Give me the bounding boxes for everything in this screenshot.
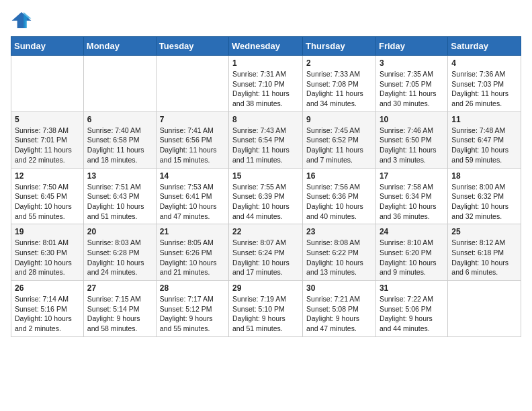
day-number: 31 — [380, 283, 444, 293]
calendar-cell: 15Sunrise: 7:55 AM Sunset: 6:39 PM Dayli… — [229, 168, 303, 224]
calendar-week-3: 12Sunrise: 7:50 AM Sunset: 6:45 PM Dayli… — [11, 168, 521, 224]
calendar-cell: 26Sunrise: 7:14 AM Sunset: 5:16 PM Dayli… — [11, 281, 84, 337]
calendar-cell: 18Sunrise: 8:00 AM Sunset: 6:32 PM Dayli… — [448, 168, 521, 224]
day-number: 15 — [232, 171, 299, 181]
day-number: 6 — [87, 115, 152, 124]
day-info: Sunrise: 7:38 AM Sunset: 7:01 PM Dayligh… — [15, 126, 80, 165]
day-info: Sunrise: 8:03 AM Sunset: 6:28 PM Dayligh… — [87, 238, 152, 277]
calendar-cell: 20Sunrise: 8:03 AM Sunset: 6:28 PM Dayli… — [83, 224, 156, 281]
day-number: 24 — [380, 227, 444, 236]
day-number: 3 — [380, 58, 444, 68]
day-info: Sunrise: 7:45 AM Sunset: 6:52 PM Dayligh… — [306, 126, 372, 165]
calendar-cell: 22Sunrise: 8:07 AM Sunset: 6:24 PM Dayli… — [229, 224, 303, 281]
day-info: Sunrise: 7:48 AM Sunset: 6:47 PM Dayligh… — [451, 126, 517, 165]
calendar-cell: 2Sunrise: 7:33 AM Sunset: 7:08 PM Daylig… — [303, 56, 376, 112]
page-header — [11, 11, 521, 30]
day-number: 4 — [451, 58, 517, 68]
calendar-header-row: SundayMondayTuesdayWednesdayThursdayFrid… — [11, 37, 521, 56]
day-info: Sunrise: 7:56 AM Sunset: 6:36 PM Dayligh… — [306, 182, 372, 222]
day-number: 12 — [15, 171, 80, 181]
calendar-cell: 6Sunrise: 7:40 AM Sunset: 6:58 PM Daylig… — [83, 111, 156, 168]
day-number: 13 — [87, 171, 152, 181]
day-info: Sunrise: 8:08 AM Sunset: 6:22 PM Dayligh… — [306, 238, 372, 277]
day-info: Sunrise: 8:12 AM Sunset: 6:18 PM Dayligh… — [451, 238, 517, 277]
day-number: 8 — [232, 115, 299, 124]
day-info: Sunrise: 8:07 AM Sunset: 6:24 PM Dayligh… — [232, 238, 299, 277]
day-info: Sunrise: 7:40 AM Sunset: 6:58 PM Dayligh… — [87, 126, 152, 165]
day-info: Sunrise: 7:17 AM Sunset: 5:12 PM Dayligh… — [160, 294, 225, 334]
calendar-week-4: 19Sunrise: 8:01 AM Sunset: 6:30 PM Dayli… — [11, 224, 521, 281]
calendar-table: SundayMondayTuesdayWednesdayThursdayFrid… — [11, 36, 521, 337]
day-number: 11 — [451, 115, 517, 124]
day-info: Sunrise: 7:55 AM Sunset: 6:39 PM Dayligh… — [232, 182, 299, 222]
calendar-cell: 24Sunrise: 8:10 AM Sunset: 6:20 PM Dayli… — [375, 224, 447, 281]
day-number: 28 — [160, 283, 225, 293]
day-number: 9 — [306, 115, 372, 124]
calendar-cell: 9Sunrise: 7:45 AM Sunset: 6:52 PM Daylig… — [303, 111, 376, 168]
calendar-week-1: 1Sunrise: 7:31 AM Sunset: 7:10 PM Daylig… — [11, 56, 521, 112]
day-number: 18 — [451, 171, 517, 181]
calendar-cell: 19Sunrise: 8:01 AM Sunset: 6:30 PM Dayli… — [11, 224, 84, 281]
weekday-header-friday: Friday — [375, 37, 447, 56]
calendar-cell: 16Sunrise: 7:56 AM Sunset: 6:36 PM Dayli… — [303, 168, 376, 224]
day-number: 26 — [15, 283, 80, 293]
day-info: Sunrise: 7:51 AM Sunset: 6:43 PM Dayligh… — [87, 182, 152, 222]
day-info: Sunrise: 7:31 AM Sunset: 7:10 PM Dayligh… — [232, 69, 299, 109]
day-number: 2 — [306, 58, 372, 68]
calendar-cell: 28Sunrise: 7:17 AM Sunset: 5:12 PM Dayli… — [156, 281, 228, 337]
day-number: 17 — [380, 171, 444, 181]
day-info: Sunrise: 7:15 AM Sunset: 5:14 PM Dayligh… — [87, 294, 152, 334]
weekday-header-monday: Monday — [83, 37, 156, 56]
day-number: 21 — [160, 227, 225, 236]
calendar-cell: 27Sunrise: 7:15 AM Sunset: 5:14 PM Dayli… — [83, 281, 156, 337]
day-info: Sunrise: 7:36 AM Sunset: 7:03 PM Dayligh… — [451, 69, 517, 109]
calendar-cell: 21Sunrise: 8:05 AM Sunset: 6:26 PM Dayli… — [156, 224, 228, 281]
calendar-cell: 10Sunrise: 7:46 AM Sunset: 6:50 PM Dayli… — [375, 111, 447, 168]
day-number: 5 — [15, 115, 80, 124]
calendar-week-5: 26Sunrise: 7:14 AM Sunset: 5:16 PM Dayli… — [11, 281, 521, 337]
day-info: Sunrise: 7:53 AM Sunset: 6:41 PM Dayligh… — [160, 182, 225, 222]
calendar-cell: 5Sunrise: 7:38 AM Sunset: 7:01 PM Daylig… — [11, 111, 84, 168]
day-number: 23 — [306, 227, 372, 236]
day-info: Sunrise: 7:21 AM Sunset: 5:08 PM Dayligh… — [306, 294, 372, 334]
calendar-cell: 25Sunrise: 8:12 AM Sunset: 6:18 PM Dayli… — [448, 224, 521, 281]
day-number: 7 — [160, 115, 225, 124]
day-number: 30 — [306, 283, 372, 293]
weekday-header-tuesday: Tuesday — [156, 37, 228, 56]
day-info: Sunrise: 8:05 AM Sunset: 6:26 PM Dayligh… — [160, 238, 225, 277]
logo — [11, 11, 35, 30]
day-number: 10 — [380, 115, 444, 124]
day-info: Sunrise: 7:43 AM Sunset: 6:54 PM Dayligh… — [232, 126, 299, 165]
calendar-cell: 31Sunrise: 7:22 AM Sunset: 5:06 PM Dayli… — [375, 281, 447, 337]
weekday-header-thursday: Thursday — [303, 37, 376, 56]
day-info: Sunrise: 7:33 AM Sunset: 7:08 PM Dayligh… — [306, 69, 372, 109]
weekday-header-wednesday: Wednesday — [229, 37, 303, 56]
day-info: Sunrise: 7:35 AM Sunset: 7:05 PM Dayligh… — [380, 69, 444, 109]
calendar-cell: 14Sunrise: 7:53 AM Sunset: 6:41 PM Dayli… — [156, 168, 228, 224]
day-number: 20 — [87, 227, 152, 236]
day-info: Sunrise: 7:46 AM Sunset: 6:50 PM Dayligh… — [380, 126, 444, 165]
calendar-cell: 7Sunrise: 7:41 AM Sunset: 6:56 PM Daylig… — [156, 111, 228, 168]
calendar-cell — [448, 281, 521, 337]
day-info: Sunrise: 7:50 AM Sunset: 6:45 PM Dayligh… — [15, 182, 80, 222]
day-info: Sunrise: 7:22 AM Sunset: 5:06 PM Dayligh… — [380, 294, 444, 334]
day-info: Sunrise: 7:41 AM Sunset: 6:56 PM Dayligh… — [160, 126, 225, 165]
svg-marker-0 — [12, 12, 32, 28]
day-info: Sunrise: 7:19 AM Sunset: 5:10 PM Dayligh… — [232, 294, 299, 334]
calendar-cell — [11, 56, 84, 112]
logo-icon — [11, 11, 32, 30]
day-number: 22 — [232, 227, 299, 236]
weekday-header-sunday: Sunday — [11, 37, 84, 56]
calendar-cell: 30Sunrise: 7:21 AM Sunset: 5:08 PM Dayli… — [303, 281, 376, 337]
calendar-cell: 11Sunrise: 7:48 AM Sunset: 6:47 PM Dayli… — [448, 111, 521, 168]
day-info: Sunrise: 7:14 AM Sunset: 5:16 PM Dayligh… — [15, 294, 80, 334]
day-number: 14 — [160, 171, 225, 181]
day-info: Sunrise: 8:10 AM Sunset: 6:20 PM Dayligh… — [380, 238, 444, 277]
day-info: Sunrise: 8:00 AM Sunset: 6:32 PM Dayligh… — [451, 182, 517, 222]
calendar-week-2: 5Sunrise: 7:38 AM Sunset: 7:01 PM Daylig… — [11, 111, 521, 168]
calendar-cell: 12Sunrise: 7:50 AM Sunset: 6:45 PM Dayli… — [11, 168, 84, 224]
calendar-cell: 1Sunrise: 7:31 AM Sunset: 7:10 PM Daylig… — [229, 56, 303, 112]
calendar-cell: 13Sunrise: 7:51 AM Sunset: 6:43 PM Dayli… — [83, 168, 156, 224]
calendar-cell — [83, 56, 156, 112]
calendar-cell: 3Sunrise: 7:35 AM Sunset: 7:05 PM Daylig… — [375, 56, 447, 112]
